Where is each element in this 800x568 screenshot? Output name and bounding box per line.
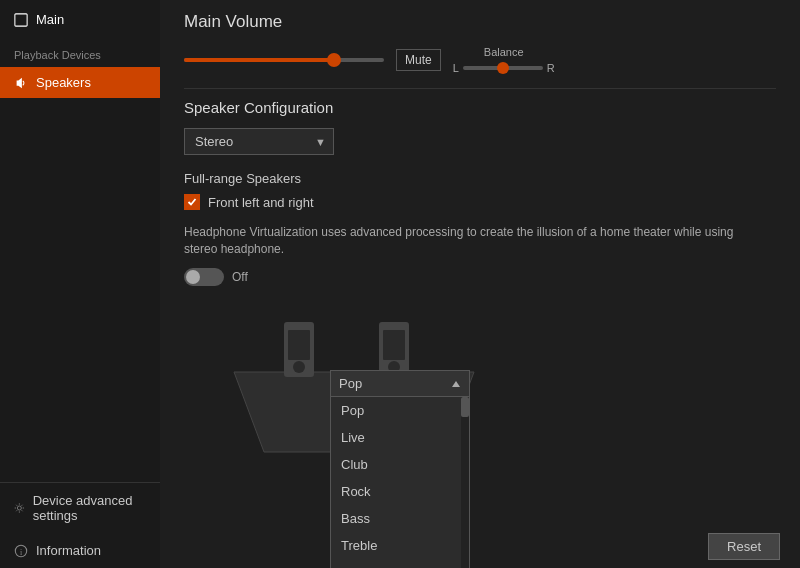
sidebar: Main Playback Devices Speakers Device ad… xyxy=(0,0,160,568)
speaker-icon xyxy=(14,76,28,90)
fullrange-checkbox[interactable] xyxy=(184,194,200,210)
device-advanced-label: Device advanced settings xyxy=(33,493,146,523)
eq-scrollbar-thumb xyxy=(461,397,469,417)
balance-group: Balance L R xyxy=(453,46,555,74)
sidebar-header: Main xyxy=(0,0,160,39)
balance-left-label: L xyxy=(453,62,459,74)
information-label: Information xyxy=(36,543,101,558)
fullrange-title: Full-range Speakers xyxy=(184,171,776,186)
sidebar-item-device-advanced[interactable]: Device advanced settings xyxy=(0,483,160,533)
speaker-dropdown-wrap: Stereo Quadraphonic 5.1 Surround 7.1 Sur… xyxy=(184,128,334,155)
eq-item-rock[interactable]: Rock xyxy=(331,478,469,505)
info-icon: i xyxy=(14,544,28,558)
volume-thumb xyxy=(327,53,341,67)
settings-icon xyxy=(14,501,25,515)
eq-item-club[interactable]: Club xyxy=(331,451,469,478)
eq-item-vocal[interactable]: Vocal xyxy=(331,559,469,568)
svg-rect-0 xyxy=(15,13,27,25)
toggle-row: Off xyxy=(184,268,776,286)
eq-dropdown-header: Pop xyxy=(331,371,469,397)
volume-slider-track[interactable] xyxy=(184,58,384,62)
sidebar-item-information[interactable]: i Information xyxy=(0,533,160,568)
mute-label: Mute xyxy=(405,53,432,67)
volume-row: Mute Balance L R xyxy=(184,46,776,74)
sidebar-header-label: Main xyxy=(36,12,64,27)
sidebar-bottom: Device advanced settings i Information xyxy=(0,482,160,568)
balance-right-label: R xyxy=(547,62,555,74)
balance-row: L R xyxy=(453,62,555,74)
volume-slider-fill xyxy=(184,58,334,62)
check-icon xyxy=(187,197,197,207)
home-icon xyxy=(14,13,28,27)
eq-item-live[interactable]: Live xyxy=(331,424,469,451)
balance-label: Balance xyxy=(484,46,524,58)
virt-toggle[interactable] xyxy=(184,268,224,286)
virt-text: Headphone Virtualization uses advanced p… xyxy=(184,224,744,258)
eq-selected-label: Pop xyxy=(339,376,362,391)
svg-marker-13 xyxy=(452,381,460,387)
sidebar-item-speakers[interactable]: Speakers xyxy=(0,67,160,98)
svg-point-7 xyxy=(293,361,305,373)
svg-text:i: i xyxy=(20,547,23,556)
mute-button[interactable]: Mute xyxy=(396,49,441,71)
speaker-dropdown[interactable]: Stereo Quadraphonic 5.1 Surround 7.1 Sur… xyxy=(184,128,334,155)
eq-scroll-up-icon xyxy=(451,379,461,389)
toggle-thumb xyxy=(186,270,200,284)
eq-dropdown: Pop Pop Live Club Rock Bass Treble Vocal… xyxy=(330,370,470,568)
svg-rect-6 xyxy=(288,330,310,360)
svg-point-1 xyxy=(17,506,21,510)
balance-track[interactable] xyxy=(463,66,543,70)
sidebar-item-speakers-label: Speakers xyxy=(36,75,91,90)
svg-rect-9 xyxy=(383,330,405,360)
balance-thumb xyxy=(497,62,509,74)
main-content: Main Volume Mute Balance L R Speaker Con… xyxy=(160,0,800,568)
speaker-config-title: Speaker Configuration xyxy=(184,99,776,116)
volume-title: Main Volume xyxy=(184,12,776,32)
toggle-label: Off xyxy=(232,270,248,284)
checkbox-row: Front left and right xyxy=(184,194,776,210)
divider-1 xyxy=(184,88,776,89)
reset-button[interactable]: Reset xyxy=(708,533,780,560)
eq-item-treble[interactable]: Treble xyxy=(331,532,469,559)
eq-scrollbar[interactable] xyxy=(461,397,469,568)
eq-item-bass[interactable]: Bass xyxy=(331,505,469,532)
checkbox-label: Front left and right xyxy=(208,195,314,210)
eq-item-pop[interactable]: Pop xyxy=(331,397,469,424)
sidebar-section-label: Playback Devices xyxy=(0,39,160,67)
